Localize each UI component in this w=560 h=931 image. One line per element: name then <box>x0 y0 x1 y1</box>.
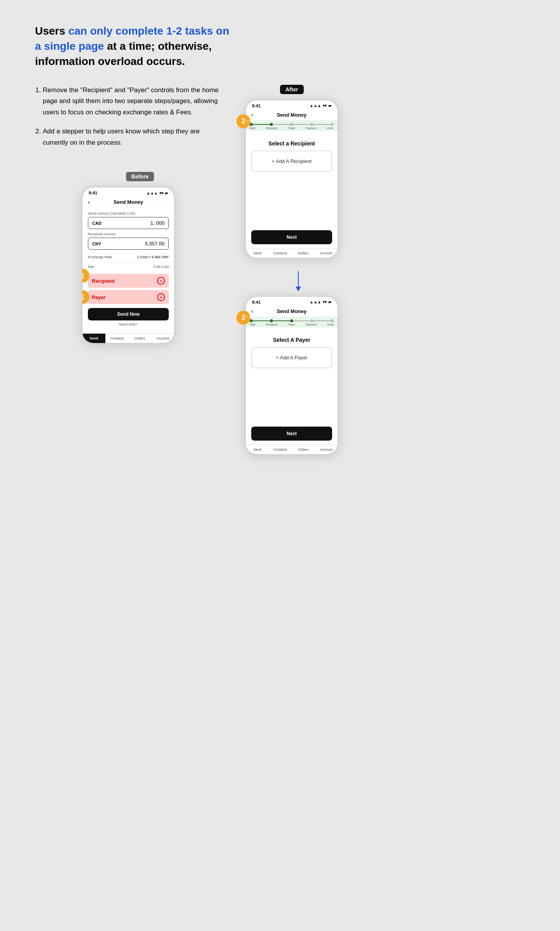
recipient-label: Recipient <box>92 278 115 284</box>
stepper-labels: Rate Recipient Payer Payment Done <box>250 127 334 130</box>
point-2: Add a stepper to help users know which s… <box>43 126 222 149</box>
stepper-track <box>250 123 334 126</box>
after2-status-icons: ▲▲▲ ▾▾ ▰ <box>310 300 331 304</box>
after1-nav-contacts[interactable]: Contacts <box>269 248 292 258</box>
add-payer-box[interactable]: + Add A Payer <box>251 347 332 368</box>
after1-stepper: Rate Recipient Payer Payment Done <box>246 121 338 131</box>
stepper2-labels: Rate Recipient Payer Payment Done <box>250 323 334 326</box>
stepper-dot-3 <box>290 123 293 126</box>
after2-body: Select A Payer + Add A Payer Next <box>246 327 338 444</box>
after2-nav-send[interactable]: Send <box>246 445 269 454</box>
after1-nav-send[interactable]: Send <box>246 248 269 258</box>
stepper2-dot-1 <box>250 319 253 322</box>
headline-part1: Users <box>35 25 68 37</box>
after2-status-time: 9:41 <box>252 300 261 304</box>
signal-icon: ▲▲▲ <box>146 191 158 195</box>
after-phone-2: 9:41 ▲▲▲ ▾▾ ▰ ‹ Send Money <box>245 296 338 455</box>
after1-nav-orders[interactable]: Orders <box>292 248 315 258</box>
send-now-button[interactable]: Send Now <box>88 308 169 320</box>
after1-status-time: 9:41 <box>252 103 261 108</box>
after1-bottom-nav: Send Contacts Orders Account <box>246 248 338 258</box>
after2-status-bar: 9:41 ▲▲▲ ▾▾ ▰ <box>246 297 338 306</box>
after2-nav-account[interactable]: Account <box>315 445 338 454</box>
received-amount-box[interactable]: CNY 5,357.00 <box>88 238 169 250</box>
wifi-icon: ▾▾ <box>159 191 163 195</box>
status-time: 9:41 <box>89 191 97 195</box>
after1-signal-icon: ▲▲▲ <box>310 103 321 108</box>
right-column: After 2 9:41 ▲▲▲ ▾▾ ▰ ‹ Send Money <box>245 85 525 455</box>
arrow-down-line <box>298 271 299 287</box>
battery-icon: ▰ <box>165 191 168 195</box>
step2-payment: Payment <box>306 323 317 326</box>
payer-section[interactable]: Payer + <box>88 290 169 304</box>
send-amount-label: Send Amount (100-5000 CAD) <box>88 212 169 215</box>
after2-phone-header: ‹ Send Money <box>246 306 338 317</box>
step-done: Done <box>327 127 334 130</box>
before-phone: 9:41 ▲▲▲ ▾▾ ▰ ‹ Send Money Send Amount (… <box>82 187 175 344</box>
spacer <box>251 176 332 230</box>
nav-orders[interactable]: Orders <box>128 334 151 343</box>
after1-phone-title: Send Money <box>277 112 307 118</box>
point-1: Remove the "Recipient" and "Payer" contr… <box>43 85 222 119</box>
after-phone-2-wrapper: 2 9:41 ▲▲▲ ▾▾ ▰ ‹ Send Money <box>245 296 338 455</box>
nav-account[interactable]: Account <box>151 334 174 343</box>
exchange-rate-value: 1 CAD = 5.362 CNY <box>137 255 169 259</box>
after1-nav-account[interactable]: Account <box>315 248 338 258</box>
phone-header: ‹ Send Money <box>82 197 174 208</box>
step-recipient: Recipient <box>266 127 277 130</box>
stepper-dot-4 <box>310 123 313 126</box>
stepper-dots <box>250 123 334 126</box>
headline: Users can only complete 1-2 tasks on a s… <box>35 23 525 69</box>
payer-plus-btn[interactable]: + <box>157 293 165 301</box>
after2-nav-contacts[interactable]: Contacts <box>269 445 292 454</box>
after-phone-1: 9:41 ▲▲▲ ▾▾ ▰ ‹ Send Money <box>245 100 338 259</box>
after1-status-icons: ▲▲▲ ▾▾ ▰ <box>310 103 331 108</box>
stepper2-dot-2 <box>270 319 273 322</box>
left-column: Remove the "Recipient" and "Payer" contr… <box>35 85 222 344</box>
after2-phone-title: Send Money <box>277 308 307 314</box>
after2-stepper: Rate Recipient Payer Payment Done <box>246 317 338 327</box>
recipient-section[interactable]: Recipient + <box>88 274 169 288</box>
after1-phone-header: ‹ Send Money <box>246 110 338 121</box>
next-button-2[interactable]: Next <box>251 427 332 441</box>
select-payer-title: Select A Payer <box>251 331 332 347</box>
step-payment: Payment <box>306 127 317 130</box>
step-payer: Payer <box>288 127 295 130</box>
arrow-down-head <box>296 287 301 291</box>
after1-back-arrow-icon[interactable]: ‹ <box>251 111 253 118</box>
after-phone-1-wrapper: 2 9:41 ▲▲▲ ▾▾ ▰ ‹ Send Money <box>245 100 338 259</box>
nav-contacts[interactable]: Contacts <box>105 334 128 343</box>
stepper-dot-1 <box>250 123 253 126</box>
after2-back-arrow-icon[interactable]: ‹ <box>251 308 253 315</box>
payer-label: Payer <box>92 294 105 300</box>
received-label: Received Amount <box>88 232 169 236</box>
received-currency: CNY <box>92 242 101 246</box>
after1-body: Select a Recipient + Add A Recipient Nex… <box>246 131 338 248</box>
step2-recipient: Recipient <box>266 323 277 326</box>
after2-signal-icon: ▲▲▲ <box>310 300 321 304</box>
recipient-plus-btn[interactable]: + <box>157 277 165 285</box>
stepper2-track <box>250 319 334 322</box>
before-column: Before 9:41 ▲▲▲ ▾▾ ▰ ‹ Send Money <box>35 172 222 344</box>
after1-wifi-icon: ▾▾ <box>323 103 327 108</box>
back-arrow-icon[interactable]: ‹ <box>88 199 90 206</box>
fee-value: 5.00 CAD <box>154 265 169 269</box>
after-label: After <box>280 85 304 94</box>
step2-done: Done <box>327 323 334 326</box>
spacer2 <box>251 372 332 427</box>
status-icons: ▲▲▲ ▾▾ ▰ <box>146 191 168 195</box>
next-button-1[interactable]: Next <box>251 230 332 244</box>
add-recipient-box[interactable]: + Add A Recipient <box>251 150 332 172</box>
stepper2-dot-5 <box>331 319 334 322</box>
after2-battery-icon: ▰ <box>328 300 331 304</box>
send-amount-box[interactable]: CAD 1, 000 <box>88 217 169 229</box>
before-label: Before <box>126 172 154 181</box>
stepper2-dots <box>250 319 334 322</box>
select-recipient-title: Select a Recipient <box>251 135 332 150</box>
after2-nav-orders[interactable]: Orders <box>292 445 315 454</box>
send-amount-value: 1, 000 <box>150 220 164 226</box>
stepper2-dot-3 <box>290 319 293 322</box>
arrow-down-connector <box>296 266 301 296</box>
nav-send[interactable]: Send <box>82 334 105 343</box>
exchange-rate-label: Exchange Rate <box>88 255 112 259</box>
